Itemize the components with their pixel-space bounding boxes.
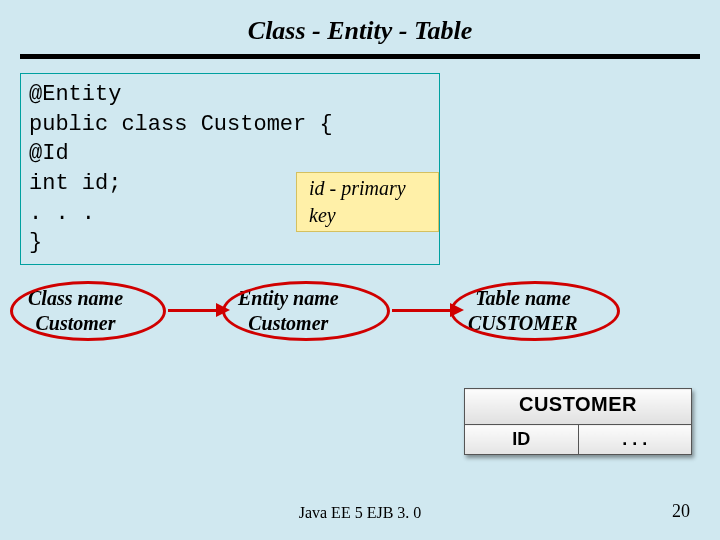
db-table-title: CUSTOMER xyxy=(465,389,692,425)
class-node: Class name Customer xyxy=(28,287,123,335)
db-col-id: ID xyxy=(465,425,579,455)
code-line-2: public class Customer { xyxy=(29,110,431,140)
class-value: Customer xyxy=(28,312,123,335)
slide-title: Class - Entity - Table xyxy=(0,0,720,54)
table-node: Table name CUSTOMER xyxy=(468,287,578,335)
table-value: CUSTOMER xyxy=(468,312,578,335)
db-col-more: . . . xyxy=(578,425,692,455)
code-block: @Entity public class Customer { @Id int … xyxy=(20,73,440,265)
pk-annotation: id - primary key xyxy=(296,172,439,232)
table-heading: Table name xyxy=(468,287,578,310)
entity-value: Customer xyxy=(238,312,339,335)
entity-node: Entity name Customer xyxy=(238,287,339,335)
class-heading: Class name xyxy=(28,287,123,310)
code-line-1: @Entity xyxy=(29,80,431,110)
code-line-6: } xyxy=(29,228,431,258)
footer-text: Java EE 5 EJB 3. 0 xyxy=(0,504,720,522)
db-table-diagram: CUSTOMER ID . . . xyxy=(464,388,692,455)
mapping-row: Class name Customer Entity name Customer… xyxy=(20,287,700,369)
entity-heading: Entity name xyxy=(238,287,339,310)
code-line-3: @Id xyxy=(29,139,431,169)
title-rule xyxy=(20,54,700,59)
page-number: 20 xyxy=(672,501,690,522)
